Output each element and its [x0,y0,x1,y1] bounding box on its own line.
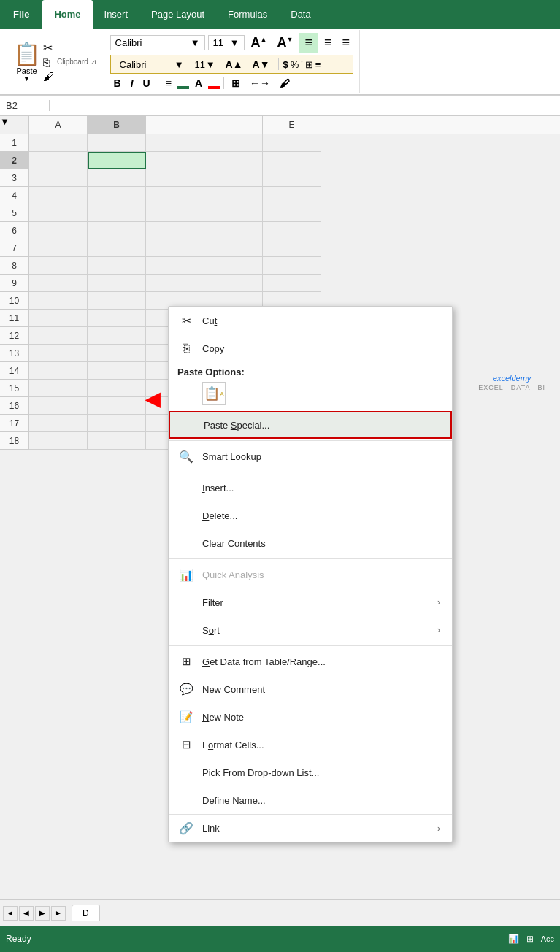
context-menu-item-pick-dropdown[interactable]: Pick From Drop-down List... [169,759,452,786]
context-menu-item-paste-special[interactable]: Paste Special... → [169,411,452,439]
cell-A13[interactable] [29,345,88,362]
cell-B4[interactable] [88,187,146,204]
col-header-C[interactable] [146,116,204,134]
font-size-selector-2[interactable]: 11 ▼ [191,58,220,72]
cell-B12[interactable] [88,327,146,345]
increase-indent-button[interactable]: ←→ [246,76,274,91]
cell-A6[interactable] [29,222,88,239]
cell-D3[interactable] [204,169,263,187]
cell-E7[interactable] [263,239,321,257]
status-acc-text[interactable]: Acc [541,934,554,943]
percent-sign[interactable]: % [291,59,299,70]
status-chart-icon[interactable]: 📊 [508,934,519,944]
cell-C1[interactable] [146,134,204,152]
cell-E3[interactable] [263,169,321,187]
cell-E5[interactable] [263,204,321,222]
context-menu-item-delete[interactable]: Delete... [169,502,452,529]
context-menu-item-new-comment[interactable]: 💬 New Comment [169,675,452,703]
sheet-tab-D[interactable]: D [72,905,100,921]
cell-B17[interactable] [88,415,146,432]
cell-B18[interactable] [88,432,146,450]
tab-page-layout[interactable]: Page Layout [139,0,216,29]
cell-B14[interactable] [88,362,146,380]
cell-B3[interactable] [88,169,146,187]
cell-A17[interactable] [29,415,88,432]
sheet-prev-button[interactable]: ◄ [3,906,18,921]
decrease-font-button[interactable]: A▼ [274,34,297,52]
cell-B15[interactable] [88,380,146,397]
context-menu-item-filter[interactable]: Filter › [169,588,452,616]
status-table-icon[interactable]: ⊞ [526,934,534,944]
cell-D4[interactable] [204,187,263,204]
sheet-prev2-button[interactable]: ◀ [19,906,34,921]
cell-A1[interactable] [29,134,88,152]
cell-A12[interactable] [29,327,88,345]
align-center-button[interactable]: ≡ [338,34,353,52]
tab-data[interactable]: Data [279,0,322,29]
cell-D7[interactable] [204,239,263,257]
cell-A16[interactable] [29,397,88,415]
cell-B5[interactable] [88,204,146,222]
font-size-selector[interactable]: 11 ▼ [208,35,245,50]
cell-B1[interactable] [88,134,146,152]
cell-D2[interactable] [204,152,263,169]
context-menu-item-smart-lookup[interactable]: 🔍 Smart Lookup [169,442,452,470]
tab-file[interactable]: File [0,0,42,29]
italic-button[interactable]: I [127,76,137,91]
paste-icon-1[interactable]: 📋A [202,382,226,405]
format-painter-button[interactable]: 🖌 [43,70,54,82]
merge-cells-button[interactable]: ⊞ [305,59,313,70]
cell-A11[interactable] [29,310,88,327]
cell-C7[interactable] [146,239,204,257]
cell-A2[interactable] [29,152,88,169]
cell-A3[interactable] [29,169,88,187]
dollar-sign[interactable]: $ [283,59,288,70]
decrease-indent-button[interactable]: 🖌 [276,76,294,91]
context-menu-item-quick-analysis[interactable]: 📊 Quick Analysis [169,561,452,588]
cell-D6[interactable] [204,222,263,239]
cell-D9[interactable] [204,275,263,292]
context-menu-item-define-name[interactable]: Define Name... [169,786,452,814]
cell-C6[interactable] [146,222,204,239]
cell-reference-box[interactable]: B2 [6,100,50,111]
context-menu-item-cut[interactable]: ✂ Cut [169,307,452,334]
cell-A4[interactable] [29,187,88,204]
cell-D1[interactable] [204,134,263,152]
increase-font-button[interactable]: A▲ [248,34,271,52]
cell-B16[interactable] [88,397,146,415]
cell-A18[interactable] [29,432,88,450]
cell-C9[interactable] [146,275,204,292]
cell-D5[interactable] [204,204,263,222]
cell-A7[interactable] [29,239,88,257]
cell-E6[interactable] [263,222,321,239]
cell-B11[interactable] [88,310,146,327]
cut-button[interactable]: ✂ [43,41,54,55]
tab-home[interactable]: Home [42,0,92,29]
cell-C8[interactable] [146,257,204,275]
cell-C2[interactable] [146,152,204,169]
cell-D8[interactable] [204,257,263,275]
borders-button[interactable]: ⊞ [228,76,244,91]
context-menu-item-sort[interactable]: Sort › [169,616,452,644]
underline-button[interactable]: U [139,76,154,91]
col-header-E[interactable]: E [263,116,321,134]
context-menu-item-insert[interactable]: Insert... [169,474,452,502]
cell-A14[interactable] [29,362,88,380]
tab-insert[interactable]: Insert [93,0,140,29]
context-menu-item-copy[interactable]: ⎘ Copy [169,334,452,362]
cell-B8[interactable] [88,257,146,275]
cell-B10[interactable] [88,292,146,310]
cell-B7[interactable] [88,239,146,257]
col-header-B[interactable]: B [88,116,146,134]
context-menu-item-format-cells[interactable]: ⊟ Format Cells... [169,731,452,759]
cell-A10[interactable] [29,292,88,310]
cell-E4[interactable] [263,187,321,204]
cell-C3[interactable] [146,169,204,187]
context-menu-item-get-data[interactable]: ⊞ Get Data from Table/Range... [169,648,452,675]
cell-E9[interactable] [263,275,321,292]
highlight-button[interactable]: ≡ [162,76,175,91]
bold-button[interactable]: B [110,76,125,91]
cell-A9[interactable] [29,275,88,292]
cell-E2[interactable] [263,152,321,169]
sheet-next2-button[interactable]: ► [51,906,66,921]
